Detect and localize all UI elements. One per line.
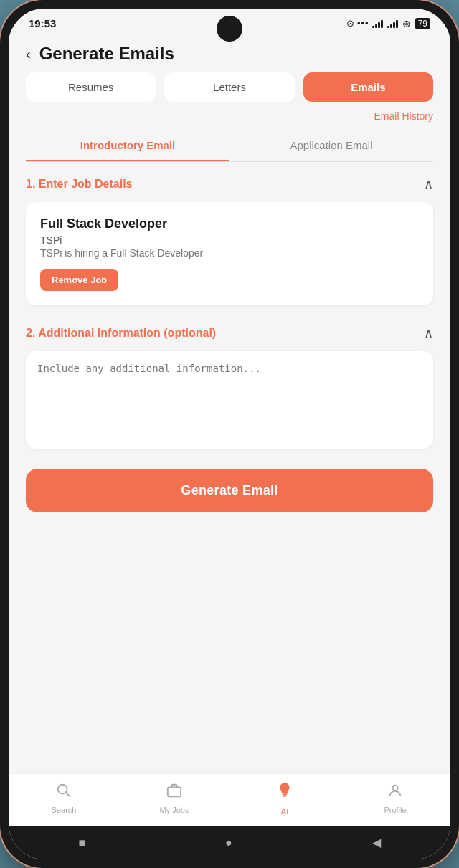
remove-job-button[interactable]: Remove Job (40, 269, 118, 291)
dots-icon: ••• (357, 18, 369, 29)
phone-frame: 19:53 ⊙ ••• (0, 0, 459, 868)
job-title: Full Stack Developer (40, 216, 419, 232)
section-job-details: 1. Enter Job Details ∧ Full Stack Develo… (9, 162, 450, 311)
nav-item-search[interactable]: Search (9, 783, 119, 814)
bottom-nav: Search My Jobs (9, 773, 450, 826)
subtab-introductory-email[interactable]: Introductory Email (26, 130, 230, 161)
back-button[interactable]: ‹ (26, 46, 31, 62)
nav-label-search: Search (52, 806, 77, 814)
section-1-header[interactable]: 1. Enter Job Details ∧ (26, 176, 433, 192)
additional-info-area (26, 351, 433, 449)
signal-icon-2 (387, 19, 398, 28)
page-title: Generate Emails (39, 44, 174, 64)
app-content: ‹ Generate Emails Resumes Letters Emails… (9, 32, 450, 773)
generate-btn-container: Generate Email (9, 454, 450, 527)
job-card: Full Stack Developer TSPi TSPi is hiring… (26, 202, 433, 305)
android-nav-bar: ■ ● ◀ (9, 826, 450, 859)
android-square-button[interactable]: ■ (78, 836, 85, 849)
wifi-icon: ⊛ (402, 18, 411, 29)
generate-email-button[interactable]: Generate Email (26, 469, 433, 512)
search-icon (56, 783, 72, 803)
job-company: TSPi (40, 234, 419, 246)
tab-emails[interactable]: Emails (303, 72, 433, 102)
svg-line-1 (66, 793, 70, 797)
phone-screen: 19:53 ⊙ ••• (9, 9, 450, 859)
battery-icon: 79 (415, 18, 430, 29)
nav-label-my-jobs: My Jobs (160, 806, 189, 814)
email-history-link[interactable]: Email History (374, 110, 433, 122)
profile-icon (387, 783, 403, 803)
status-time: 19:53 (29, 17, 56, 29)
ai-icon (275, 781, 294, 804)
sub-tab-bar: Introductory Email Application Email (26, 130, 433, 162)
svg-point-0 (58, 785, 67, 794)
android-triangle-button[interactable]: ◀ (372, 836, 381, 849)
job-description: TSPi is hiring a Full Stack Developer (40, 247, 419, 259)
tab-letters[interactable]: Letters (164, 72, 294, 102)
camera-notch (217, 16, 242, 42)
section-1-title: 1. Enter Job Details (26, 178, 133, 191)
chevron-up-icon-1: ∧ (424, 176, 433, 192)
svg-rect-4 (283, 796, 286, 797)
subtab-application-email[interactable]: Application Email (230, 130, 433, 161)
section-2-header[interactable]: 2. Additional Information (optional) ∧ (26, 325, 433, 341)
tab-resumes[interactable]: Resumes (26, 72, 156, 102)
nav-item-ai[interactable]: AI (230, 781, 340, 816)
svg-point-5 (392, 786, 397, 791)
signal-icon-1 (372, 19, 383, 28)
nav-label-profile: Profile (384, 806, 406, 814)
section-additional-info: 2. Additional Information (optional) ∧ (9, 311, 450, 454)
additional-info-input[interactable] (37, 363, 422, 434)
android-circle-button[interactable]: ● (225, 836, 232, 849)
svg-rect-3 (283, 793, 288, 795)
main-tab-bar: Resumes Letters Emails (9, 72, 450, 108)
whatsapp-icon: ⊙ (346, 18, 354, 29)
nav-item-profile[interactable]: Profile (340, 783, 450, 814)
briefcase-icon (166, 783, 182, 803)
svg-rect-2 (168, 787, 181, 796)
chevron-up-icon-2: ∧ (424, 325, 433, 341)
status-icons: ⊙ ••• ⊛ (346, 18, 430, 29)
email-history-row: Email History (9, 108, 450, 128)
section-2-title: 2. Additional Information (optional) (26, 327, 216, 340)
nav-item-my-jobs[interactable]: My Jobs (119, 783, 230, 814)
nav-label-ai: AI (281, 807, 288, 816)
